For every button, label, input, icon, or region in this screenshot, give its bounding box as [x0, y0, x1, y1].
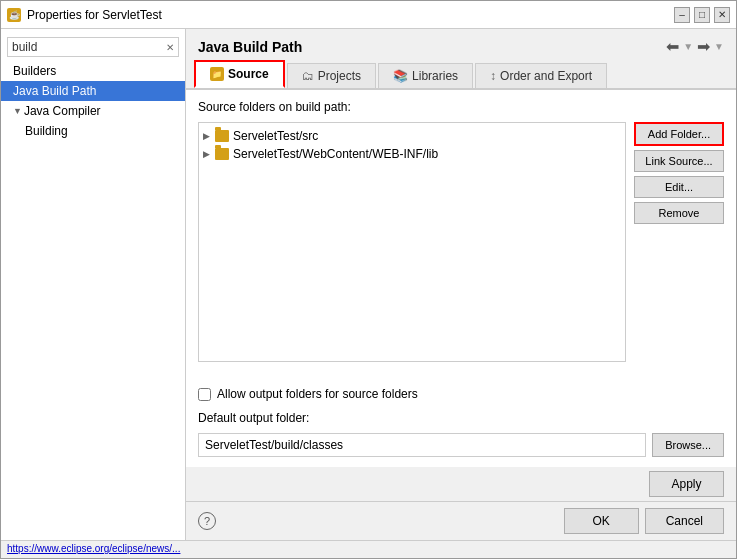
expand-icon: ▶ [203, 149, 213, 159]
remove-button[interactable]: Remove [634, 202, 724, 224]
bottom-right: OK Cancel [564, 508, 724, 534]
tree-item-label: ServeletTest/src [233, 129, 318, 143]
collapse-arrow-icon: ▼ [13, 106, 22, 116]
tree-item-label: ServeletTest/WebContent/WEB-INF/lib [233, 147, 438, 161]
tree-row[interactable]: ▶ ServeletTest/src [199, 127, 625, 145]
folder-icon [215, 130, 229, 142]
window-title: Properties for ServletTest [27, 8, 162, 22]
help-button[interactable]: ? [198, 512, 216, 530]
ok-button[interactable]: OK [564, 508, 639, 534]
expand-icon: ▶ [203, 131, 213, 141]
search-input[interactable] [12, 40, 166, 54]
window-icon: ☕ [7, 8, 21, 22]
order-tab-icon: ↕ [490, 69, 496, 83]
sidebar-item-builders[interactable]: Builders [1, 61, 185, 81]
apply-button[interactable]: Apply [649, 471, 724, 497]
sidebar-collapse-java-compiler: ▼ Java Compiler [13, 104, 173, 118]
status-bar: https://www.eclipse.org/eclipse/news/... [1, 540, 736, 558]
nav-arrows: ⬅ ▼ ➡ ▼ [664, 37, 724, 56]
sidebar-item-java-build-path[interactable]: Java Build Path [1, 81, 185, 101]
tree-with-buttons: ▶ ServeletTest/src ▶ ServeletTest/WebCon… [198, 122, 724, 379]
add-folder-button[interactable]: Add Folder... [634, 122, 724, 146]
content-area: ✕ Builders Java Build Path ▼ Java Compil… [1, 29, 736, 540]
title-bar: ☕ Properties for ServletTest – □ ✕ [1, 1, 736, 29]
bottom-bar: ? OK Cancel [186, 501, 736, 540]
forward-button[interactable]: ➡ [695, 37, 712, 56]
page-title: Java Build Path [198, 39, 302, 55]
minimize-button[interactable]: – [674, 7, 690, 23]
section-label: Source folders on build path: [198, 100, 724, 114]
title-bar-controls: – □ ✕ [674, 7, 730, 23]
tab-content-source: Source folders on build path: ▶ Servelet… [186, 90, 736, 467]
sidebar-item-building[interactable]: Building [1, 121, 185, 141]
back-button[interactable]: ⬅ [664, 37, 681, 56]
checkbox-row: Allow output folders for source folders [198, 387, 724, 401]
tabs-bar: 📁 Source 🗂 Projects 📚 Libraries ↕ Order … [186, 60, 736, 90]
allow-output-checkbox[interactable] [198, 388, 211, 401]
tree-panel[interactable]: ▶ ServeletTest/src ▶ ServeletTest/WebCon… [198, 122, 626, 362]
main-header: Java Build Path ⬅ ▼ ➡ ▼ [186, 29, 736, 60]
tab-order-export[interactable]: ↕ Order and Export [475, 63, 607, 88]
source-tab-icon: 📁 [210, 67, 224, 81]
status-url: https://www.eclipse.org/eclipse/news/... [7, 543, 180, 554]
sidebar-item-java-compiler[interactable]: ▼ Java Compiler [1, 101, 185, 121]
properties-window: ☕ Properties for ServletTest – □ ✕ ✕ Bui… [0, 0, 737, 559]
browse-button[interactable]: Browse... [652, 433, 724, 457]
projects-tab-icon: 🗂 [302, 69, 314, 83]
search-clear-icon[interactable]: ✕ [166, 42, 174, 53]
sidebar: ✕ Builders Java Build Path ▼ Java Compil… [1, 29, 186, 540]
tree-row[interactable]: ▶ ServeletTest/WebContent/WEB-INF/lib [199, 145, 625, 163]
title-bar-left: ☕ Properties for ServletTest [7, 8, 162, 22]
edit-button[interactable]: Edit... [634, 176, 724, 198]
bottom-left: ? [198, 512, 216, 530]
tab-projects[interactable]: 🗂 Projects [287, 63, 376, 88]
tab-libraries[interactable]: 📚 Libraries [378, 63, 473, 88]
output-folder-label: Default output folder: [198, 411, 724, 425]
output-folder-input[interactable] [198, 433, 646, 457]
cancel-button[interactable]: Cancel [645, 508, 724, 534]
search-bar[interactable]: ✕ [7, 37, 179, 57]
side-buttons: Add Folder... Link Source... Edit... Rem… [634, 122, 724, 379]
libraries-tab-icon: 📚 [393, 69, 408, 83]
folder-icon [215, 148, 229, 160]
output-folder-row: Browse... [198, 433, 724, 457]
tab-source[interactable]: 📁 Source [194, 60, 285, 88]
allow-output-label: Allow output folders for source folders [217, 387, 418, 401]
close-button[interactable]: ✕ [714, 7, 730, 23]
apply-row: Apply [186, 467, 736, 501]
main-panel: Java Build Path ⬅ ▼ ➡ ▼ 📁 Source 🗂 Proje… [186, 29, 736, 540]
maximize-button[interactable]: □ [694, 7, 710, 23]
link-source-button[interactable]: Link Source... [634, 150, 724, 172]
